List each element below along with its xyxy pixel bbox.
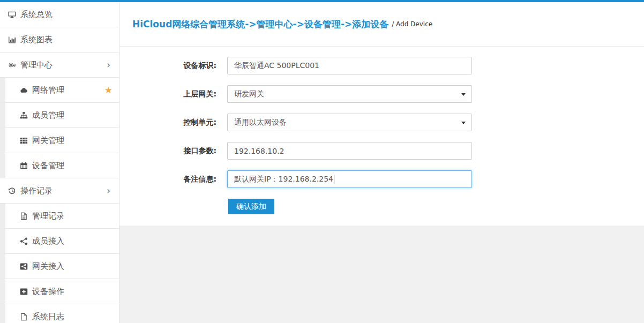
sidebar-item-operation-records[interactable]: 操作记录 › — [0, 178, 119, 204]
file-icon — [19, 312, 28, 321]
sidebar-item-device-mgmt[interactable]: 设备管理 — [0, 153, 119, 178]
share-icon — [19, 237, 28, 245]
file-text-icon — [19, 212, 28, 220]
sidebar-item-device-operations[interactable]: 设备操作 — [0, 279, 119, 304]
breadcrumb-title: HiCloud网络综合管理系统->管理中心->设备管理->添加设备 — [132, 18, 388, 31]
sidebar-item-system-overview[interactable]: 系统总览 — [0, 2, 119, 27]
calendar-icon — [19, 161, 28, 170]
sidebar-item-admin-center[interactable]: 管理中心 › — [0, 52, 119, 78]
sidebar-item-system-log[interactable]: 系统日志 — [0, 304, 119, 323]
device-id-input[interactable]: 华辰智通AC 500PLC001 — [227, 57, 472, 74]
confirm-add-button[interactable]: 确认添加 — [228, 199, 274, 214]
sidebar-item-gateway-access[interactable]: 网关接入 — [0, 254, 119, 279]
form-row: 控制单元: 通用以太网设备 — [119, 114, 644, 131]
form-row: 设备标识: 华辰智通AC 500PLC001 — [119, 57, 644, 74]
form-row: 上层网关: 研发网关 — [119, 85, 644, 103]
desktop-icon — [8, 10, 17, 19]
form-rows: 设备标识: 华辰智通AC 500PLC001 上层网关: 研发网关 控制单元: … — [119, 57, 644, 188]
submit-row: 确认添加 — [228, 199, 644, 214]
field-label: 接口参数: — [119, 146, 216, 156]
share-square-icon — [19, 262, 28, 271]
form-row: 接口参数: 192.168.10.2 — [119, 142, 644, 160]
text-cursor — [334, 175, 334, 184]
sidebar-item-gateway-mgmt[interactable]: 网关管理 — [0, 128, 119, 153]
sidebar-item-system-charts[interactable]: 系统图表 — [0, 27, 119, 52]
upper-gateway-select[interactable]: 研发网关 — [227, 85, 472, 103]
interface-params-input[interactable]: 192.168.10.2 — [227, 142, 472, 160]
sidebar-item-member-access[interactable]: 成员接入 — [0, 229, 119, 254]
plus-square-icon — [19, 287, 28, 296]
gears-icon — [8, 61, 17, 69]
control-unit-select[interactable]: 通用以太网设备 — [227, 114, 472, 131]
remark-info-input[interactable]: 默认网关IP：192.168.2.254 — [227, 170, 472, 188]
bar-chart-icon — [8, 35, 17, 44]
field-label: 备注信息: — [119, 175, 216, 184]
chevron-right-icon: › — [107, 186, 113, 196]
main-content: HiCloud网络综合管理系统->管理中心->设备管理->添加设备 / Add … — [119, 2, 644, 323]
sidebar-menu: 系统总览 系统图表 管理中心 › 网络管理 ★ 成员管理 网关管理 设备管理 操… — [0, 2, 119, 323]
breadcrumb: HiCloud网络综合管理系统->管理中心->设备管理->添加设备 / Add … — [119, 2, 644, 47]
field-label: 设备标识: — [119, 61, 216, 71]
field-label: 控制单元: — [119, 118, 216, 127]
star-icon[interactable]: ★ — [104, 86, 113, 95]
cloud-icon — [19, 86, 28, 94]
form-row: 备注信息: 默认网关IP：192.168.2.254 — [119, 170, 644, 188]
add-device-form: 设备标识: 华辰智通AC 500PLC001 上层网关: 研发网关 控制单元: … — [119, 47, 644, 226]
grid-icon — [19, 136, 28, 145]
breadcrumb-subtitle: / Add Device — [392, 20, 432, 28]
chevron-right-icon: › — [107, 61, 113, 70]
sitemap-icon — [19, 111, 28, 119]
page: 系统总览 系统图表 管理中心 › 网络管理 ★ 成员管理 网关管理 设备管理 操… — [0, 0, 644, 323]
sidebar-item-admin-records[interactable]: 管理记录 — [0, 204, 119, 229]
bottom-panel — [119, 226, 644, 323]
field-label: 上层网关: — [119, 89, 216, 99]
sidebar-item-network-mgmt[interactable]: 网络管理 ★ — [0, 78, 119, 103]
history-icon — [8, 186, 17, 195]
sidebar-item-member-mgmt[interactable]: 成员管理 — [0, 103, 119, 128]
